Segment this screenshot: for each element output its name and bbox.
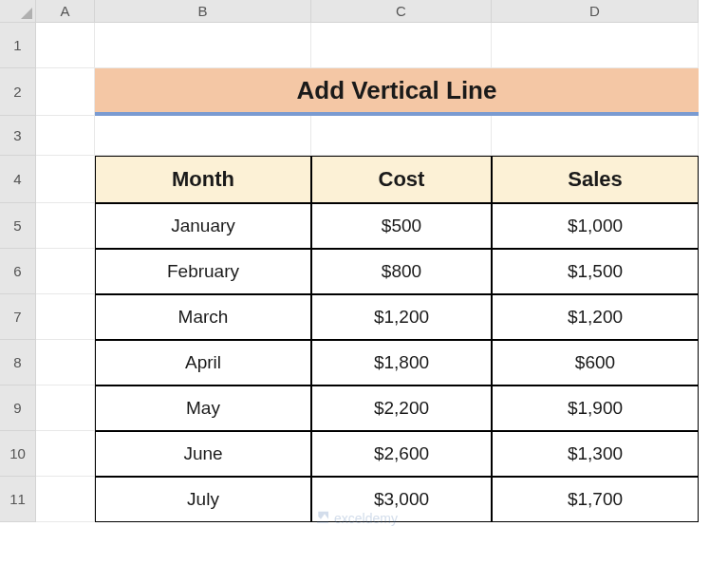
cell-b1[interactable] xyxy=(95,23,311,68)
cell-sales-5[interactable]: $1,300 xyxy=(492,431,699,477)
cell-c3[interactable] xyxy=(311,116,492,156)
header-cost[interactable]: Cost xyxy=(311,156,492,203)
cell-cost-6[interactable]: $3,000 xyxy=(311,477,492,522)
row-header-9[interactable]: 9 xyxy=(0,385,36,431)
row-header-11[interactable]: 11 xyxy=(0,477,36,522)
row-header-7[interactable]: 7 xyxy=(0,294,36,340)
cell-sales-4[interactable]: $1,900 xyxy=(492,385,699,431)
cell-a1[interactable] xyxy=(36,23,95,68)
cell-cost-2[interactable]: $1,200 xyxy=(311,294,492,340)
select-all-corner[interactable] xyxy=(0,0,36,23)
cell-cost-3[interactable]: $1,800 xyxy=(311,340,492,385)
row-header-8[interactable]: 8 xyxy=(0,340,36,385)
cell-a9[interactable] xyxy=(36,385,95,431)
cell-a10[interactable] xyxy=(36,431,95,477)
cell-sales-2[interactable]: $1,200 xyxy=(492,294,699,340)
cell-month-5[interactable]: June xyxy=(95,431,311,477)
cell-month-3[interactable]: April xyxy=(95,340,311,385)
cell-month-6[interactable]: July xyxy=(95,477,311,522)
spreadsheet: A B C D 1 2 Add Vertical Line 3 4 Month … xyxy=(0,0,728,522)
cell-a3[interactable] xyxy=(36,116,95,156)
row-header-10[interactable]: 10 xyxy=(0,431,36,477)
cell-a7[interactable] xyxy=(36,294,95,340)
cell-a4[interactable] xyxy=(36,156,95,203)
cell-month-2[interactable]: March xyxy=(95,294,311,340)
cell-sales-6[interactable]: $1,700 xyxy=(492,477,699,522)
cell-a5[interactable] xyxy=(36,203,95,249)
cell-b3[interactable] xyxy=(95,116,311,156)
row-header-2[interactable]: 2 xyxy=(0,68,36,116)
header-sales[interactable]: Sales xyxy=(492,156,699,203)
cell-cost-1[interactable]: $800 xyxy=(311,249,492,294)
row-header-5[interactable]: 5 xyxy=(0,203,36,249)
cell-c1[interactable] xyxy=(311,23,492,68)
cell-a8[interactable] xyxy=(36,340,95,385)
cell-cost-0[interactable]: $500 xyxy=(311,203,492,249)
cell-a2[interactable] xyxy=(36,68,95,116)
cell-a6[interactable] xyxy=(36,249,95,294)
cell-cost-4[interactable]: $2,200 xyxy=(311,385,492,431)
cell-sales-1[interactable]: $1,500 xyxy=(492,249,699,294)
row-header-1[interactable]: 1 xyxy=(0,23,36,68)
col-header-d[interactable]: D xyxy=(492,0,699,23)
row-header-6[interactable]: 6 xyxy=(0,249,36,294)
col-header-a[interactable]: A xyxy=(36,0,95,23)
row-header-3[interactable]: 3 xyxy=(0,116,36,156)
cell-d3[interactable] xyxy=(492,116,699,156)
cell-a11[interactable] xyxy=(36,477,95,522)
cell-month-4[interactable]: May xyxy=(95,385,311,431)
header-month[interactable]: Month xyxy=(95,156,311,203)
col-header-c[interactable]: C xyxy=(311,0,492,23)
title-cell[interactable]: Add Vertical Line xyxy=(95,68,699,116)
cell-d1[interactable] xyxy=(492,23,699,68)
cell-month-1[interactable]: February xyxy=(95,249,311,294)
cell-month-0[interactable]: January xyxy=(95,203,311,249)
cell-sales-3[interactable]: $600 xyxy=(492,340,699,385)
col-header-b[interactable]: B xyxy=(95,0,311,23)
cell-cost-5[interactable]: $2,600 xyxy=(311,431,492,477)
cell-sales-0[interactable]: $1,000 xyxy=(492,203,699,249)
row-header-4[interactable]: 4 xyxy=(0,156,36,203)
